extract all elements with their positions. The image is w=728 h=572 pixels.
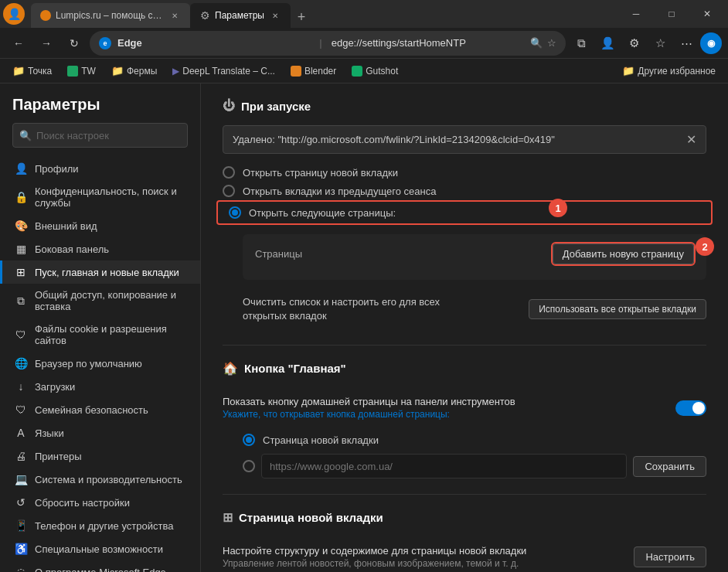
pages-label: Страницы xyxy=(255,248,302,260)
address-url: edge://settings/startHomeNTP xyxy=(332,37,524,49)
bookmark-item-3[interactable]: 📁 Фермы xyxy=(105,63,163,79)
languages-icon: A xyxy=(15,427,27,439)
content-area: ⏻ При запуске Удалено: "http://go.micros… xyxy=(201,83,728,572)
default-browser-icon: 🌐 xyxy=(15,357,27,369)
favorites-icon[interactable]: ☆ xyxy=(547,37,556,49)
search-placeholder: Поиск настроек xyxy=(36,130,109,141)
home-header-title: Кнопка "Главная" xyxy=(244,362,346,375)
sidebar-label-sharing: Общий доступ, копирование и вставка xyxy=(35,289,188,312)
add-new-page-button[interactable]: Добавить новую страницу xyxy=(553,243,694,264)
browser-tab-2[interactable]: ⚙ Параметры ✕ xyxy=(190,3,291,28)
radio-label-1: Открыть страницу новой вкладки xyxy=(243,167,398,179)
tab-label-1: Lumpics.ru – помощь с компьют... xyxy=(56,10,164,21)
sidebar-item-family[interactable]: 🛡 Семейная безопасность xyxy=(0,398,200,421)
sidebar-label-downloads: Загрузки xyxy=(35,381,75,393)
bookmark-item-5[interactable]: Blender xyxy=(284,63,342,79)
sidebar-item-phone[interactable]: 📱 Телефон и другие устройства xyxy=(0,514,200,537)
import-tabs-button[interactable]: Использовать все открытые вкладки xyxy=(529,299,706,319)
sidebar-item-printers[interactable]: 🖨 Принтеры xyxy=(0,444,200,468)
browser-tab-1[interactable]: Lumpics.ru – помощь с компьют... ✕ xyxy=(31,3,190,28)
section-divider-1 xyxy=(223,345,706,346)
navigation-bar: ← → ↻ e Edge | edge://settings/startHome… xyxy=(0,28,728,59)
back-button[interactable]: ← xyxy=(6,31,31,56)
bookmark-item-6[interactable]: Gutshot xyxy=(345,63,404,79)
newtab-setting-row: Настройте структуру и содержимое для стр… xyxy=(223,537,706,572)
edge-account-icon[interactable]: ◉ xyxy=(700,32,722,54)
home-section-header: 🏠 Кнопка "Главная" xyxy=(223,361,706,376)
sidebar-label-accessibility: Специальные возможности xyxy=(35,543,163,555)
newtab-setting-sublabel: Управление лентой новостей, фоновым изоб… xyxy=(223,558,526,569)
home-radio-circle-1 xyxy=(243,434,255,446)
toolbar-icons: ⧉ 👤 ⚙ ☆ ⋯ ◉ xyxy=(569,31,722,56)
tab-close-1[interactable]: ✕ xyxy=(168,9,181,22)
sidebar-item-sharing[interactable]: ⧉ Общий доступ, копирование и вставка xyxy=(0,284,200,318)
profiles-icon: 👤 xyxy=(15,162,27,175)
sidebar-label-phone: Телефон и другие устройства xyxy=(35,520,173,532)
sidebar-label-startup: Пуск, главная и новые вкладки xyxy=(35,267,179,278)
forward-button[interactable]: → xyxy=(34,31,59,56)
sidebar-search[interactable]: 🔍 Поиск настроек xyxy=(12,123,188,148)
sidebar-item-reset[interactable]: ↺ Сбросить настройки xyxy=(0,491,200,514)
profile-avatar[interactable]: 👤 xyxy=(3,3,25,25)
sidebar-item-appearance[interactable]: 🎨 Внешний вид xyxy=(0,214,200,237)
radio-option-3[interactable]: Открыть следующие страницы: xyxy=(223,203,706,222)
tab-close-2[interactable]: ✕ xyxy=(269,9,281,22)
notification-text: Удалено: "http://go.microsoft.com/fwlink… xyxy=(233,134,555,145)
tab-favicon-2: ⚙ xyxy=(199,10,210,21)
bookmark-item-7[interactable]: 📁 Другие избранное xyxy=(616,63,722,79)
sidebar-item-languages[interactable]: A Языки xyxy=(0,421,200,444)
minimize-button[interactable]: ─ xyxy=(618,2,654,26)
more-tools-icon[interactable]: ⋯ xyxy=(674,31,699,56)
startup-icon: ⊞ xyxy=(15,266,27,278)
radio-option-1[interactable]: Открыть страницу новой вкладки xyxy=(223,166,706,179)
favorites-bar-icon[interactable]: ☆ xyxy=(648,31,672,56)
bookmark-icon-2 xyxy=(67,66,78,77)
radio-option-2[interactable]: Открыть вкладки из предыдущего сеанса xyxy=(223,185,706,197)
new-tab-button[interactable]: + xyxy=(291,6,312,28)
newtab-settings-button[interactable]: Настроить xyxy=(634,546,706,567)
downloads-icon: ↓ xyxy=(15,380,27,393)
address-brand: Edge xyxy=(117,37,310,49)
tab-label-2: Параметры xyxy=(215,10,264,21)
sidebar-item-privacy[interactable]: 🔒 Конфиденциальность, поиск и службы xyxy=(0,180,200,214)
sidebar-item-accessibility[interactable]: ♿ Специальные возможности xyxy=(0,537,200,560)
search-icon[interactable]: 🔍 xyxy=(530,37,543,49)
home-radio-label-1: Страница новой вкладки xyxy=(263,434,379,446)
maximize-button[interactable]: □ xyxy=(654,2,689,26)
bookmark-item-4[interactable]: ▶ DeepL Translate – С... xyxy=(166,63,281,79)
appearance-icon: 🎨 xyxy=(15,220,27,232)
sidebar-item-downloads[interactable]: ↓ Загрузки xyxy=(0,375,200,398)
window-controls: ─ □ ✕ xyxy=(618,2,725,26)
notification-close-button[interactable]: ✕ xyxy=(686,132,696,147)
sidebar-item-profiles[interactable]: 👤 Профили xyxy=(0,157,200,180)
home-toggle-switch[interactable] xyxy=(675,400,706,416)
bookmark-label-7: Другие избранное xyxy=(638,66,716,77)
address-bar[interactable]: e Edge | edge://settings/startHomeNTP 🔍 … xyxy=(90,31,566,56)
sharing-icon: ⧉ xyxy=(15,295,27,307)
sidebar-label-profiles: Профили xyxy=(35,163,79,175)
sidebar-item-system[interactable]: 💻 Система и производительность xyxy=(0,468,200,491)
newtab-header-title: Страница новой вкладки xyxy=(239,511,383,524)
close-button[interactable]: ✕ xyxy=(689,2,725,26)
startup-section-header: ⏻ При запуске xyxy=(223,99,706,113)
home-radio-1[interactable]: Страница новой вкладки xyxy=(243,434,706,446)
title-bar: 👤 Lumpics.ru – помощь с компьют... ✕ ⚙ П… xyxy=(0,0,728,28)
bookmark-item-1[interactable]: 📁 Точка xyxy=(6,63,58,79)
home-url-input[interactable] xyxy=(261,454,627,478)
profile-icon[interactable]: 👤 xyxy=(595,31,620,56)
refresh-button[interactable]: ↻ xyxy=(62,31,87,56)
bookmark-item-2[interactable]: TW xyxy=(61,63,102,79)
section-divider-2 xyxy=(223,494,706,495)
bookmark-label-1: Точка xyxy=(28,66,52,77)
sidebar-item-cookies[interactable]: 🛡 Файлы cookie и разрешения сайтов xyxy=(0,318,200,352)
home-header-icon: 🏠 xyxy=(223,361,238,376)
sidebar-item-sidepanel[interactable]: ▦ Боковая панель xyxy=(0,237,200,260)
sidebar-item-about[interactable]: ◌ О программе Microsoft Edge xyxy=(0,560,200,572)
sidebar-item-startup[interactable]: ⊞ Пуск, главная и новые вкладки xyxy=(0,260,200,284)
collections-icon[interactable]: ⧉ xyxy=(569,31,594,56)
newtab-section-header: ⊞ Страница новой вкладки xyxy=(223,510,706,525)
settings-icon[interactable]: ⚙ xyxy=(621,31,646,56)
home-save-button[interactable]: Сохранить xyxy=(633,456,706,477)
sidebar-item-default-browser[interactable]: 🌐 Браузер по умолчанию xyxy=(0,352,200,375)
sidebar-label-languages: Языки xyxy=(35,427,64,439)
